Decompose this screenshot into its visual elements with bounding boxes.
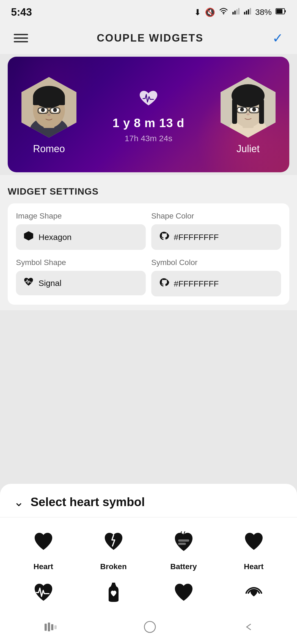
shape-color-value: #FFFFFFFF [174,233,219,242]
symbol-color-button[interactable]: #FFFFFFFF [151,271,281,296]
broken-label: Broken [100,562,127,571]
widget-settings-section: WIDGET SETTINGS Image Shape Hexagon Shap… [0,175,297,310]
palette2-icon [158,277,169,290]
person2-avatar [221,77,276,138]
settings-section-title: WIDGET SETTINGS [8,186,289,197]
signal-heart-icon [23,277,34,289]
svg-point-21 [41,108,45,112]
widget-card: Romeo 1 y 8 m 13 d 17h 43m 24s [8,57,289,172]
signal2-icon [244,7,251,18]
heart2-label: Heart [244,562,264,571]
svg-point-49 [144,621,155,632]
svg-rect-5 [246,10,247,14]
symbol-shape-label: Symbol Shape [16,258,146,267]
signal-heart-sym-icon [32,582,54,608]
battery-label: Battery [170,562,197,571]
symbol-broken[interactable]: Broken [78,531,148,571]
svg-rect-32 [259,99,264,124]
person2: Juliet [221,77,276,155]
heart3-icon [173,582,195,608]
check-button[interactable]: ✓ [272,30,283,46]
svg-point-26 [47,114,51,116]
app-header: COUPLE WIDGETS ✓ [0,22,297,54]
svg-point-22 [53,108,57,112]
shape-color-setting: Shape Color #FFFFFFFF [151,212,281,250]
svg-rect-6 [248,9,249,15]
symbol-shape-setting: Symbol Shape Signal [16,258,146,296]
like-broadcast-icon [243,582,265,608]
wifi-icon [219,7,228,18]
symbol-heart1[interactable]: Heart [8,531,78,571]
svg-point-36 [240,108,244,111]
svg-rect-46 [48,623,50,631]
person1-name: Romeo [33,143,65,155]
symbol-color-label: Symbol Color [151,258,281,267]
symbol-heart2[interactable]: Heart [219,531,289,571]
app-title: COUPLE WIDGETS [97,32,204,44]
heart-signal-widget-icon [138,89,160,112]
svg-rect-3 [238,8,240,14]
mute-icon: 🔇 [205,7,215,17]
bottle-heart-icon [103,582,125,608]
timer-sub: 17h 43m 24s [125,134,172,143]
bottom-sheet-title: Select heart symbol [31,495,145,509]
image-shape-setting: Image Shape Hexagon [16,212,146,250]
settings-grid: Image Shape Hexagon Shape Color #FF [8,203,289,305]
person1: Romeo [21,77,76,155]
person2-name: Juliet [237,143,260,155]
palette-icon [158,230,169,244]
svg-rect-47 [51,624,53,630]
status-bar: 5:43 ⬇ 🔇 38% [0,0,297,22]
image-shape-button[interactable]: Hexagon [16,224,146,250]
battery-icon [276,7,286,17]
svg-rect-48 [54,625,57,629]
image-shape-value: Hexagon [38,233,72,242]
svg-rect-0 [232,12,234,14]
broken-heart-icon [103,531,125,557]
person1-avatar [21,77,76,138]
heart2-icon [243,531,265,557]
svg-rect-1 [234,10,236,14]
battery-heart-icon [173,531,195,557]
symbol-shape-value: Signal [38,279,61,288]
heart1-label: Heart [34,562,53,571]
image-shape-label: Image Shape [16,212,146,220]
svg-rect-7 [250,8,251,14]
timer-main: 1 y 8 m 13 d [112,116,184,130]
hexagon-icon [23,230,34,244]
svg-rect-33 [232,99,237,124]
nav-home-icon[interactable] [143,620,157,635]
widget-center: 1 y 8 m 13 d 17h 43m 24s [112,89,184,143]
symbol-battery[interactable]: Battery [148,531,219,571]
svg-rect-43 [178,543,186,545]
svg-rect-17 [33,97,38,105]
svg-rect-42 [178,539,189,542]
svg-rect-9 [285,10,286,12]
svg-rect-45 [45,624,47,631]
download-icon: ⬇ [194,7,201,17]
signal1-icon [232,7,240,18]
symbol-shape-button[interactable]: Signal [16,271,146,295]
status-icons: ⬇ 🔇 38% [194,7,286,18]
svg-rect-2 [236,9,238,15]
hamburger-menu[interactable] [14,34,28,42]
chevron-down-icon[interactable]: ⌄ [14,495,24,509]
status-time: 5:43 [11,6,32,18]
bottom-sheet: ⌄ Select heart symbol Heart Broken [0,484,297,644]
navigation-bar [0,614,297,644]
svg-rect-18 [59,97,65,105]
shape-color-button[interactable]: #FFFFFFFF [151,224,281,250]
symbol-color-value: #FFFFFFFF [174,279,219,288]
battery-percentage: 38% [255,7,272,17]
heart1-icon [32,531,54,557]
nav-menu-icon[interactable] [43,621,57,634]
nav-back-icon[interactable] [243,621,254,634]
bottom-sheet-header: ⌄ Select heart symbol [0,495,297,517]
svg-rect-4 [244,12,245,14]
svg-point-37 [252,108,256,111]
svg-rect-10 [276,9,282,13]
svg-rect-44 [112,583,115,584]
symbol-color-setting: Symbol Color #FFFFFFFF [151,258,281,296]
shape-color-label: Shape Color [151,212,281,220]
svg-point-41 [246,113,250,115]
